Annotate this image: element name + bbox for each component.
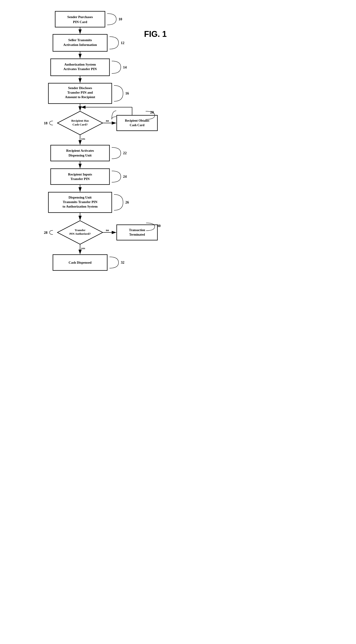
ref-curve-32	[110, 257, 118, 268]
ref-24: 24	[123, 174, 127, 178]
label-step22b: Dispensing Unit	[68, 154, 91, 157]
label-step30: Transaction	[129, 228, 145, 232]
box-step30	[117, 225, 158, 240]
label-step14: Authorization System	[64, 63, 96, 66]
ref-20: 20	[150, 110, 154, 114]
label-step32: Cash Dispensed	[68, 261, 92, 264]
ref-16: 16	[125, 91, 129, 95]
box-step10	[55, 11, 105, 27]
label-step26b: Transmits Transfer PIN	[63, 200, 97, 204]
box-step24	[51, 169, 110, 184]
ref-curve-12	[110, 37, 118, 49]
ref-12: 12	[121, 41, 124, 45]
label-step28: Transfer	[74, 228, 85, 232]
label-step10b: PIN Card	[73, 20, 87, 24]
label-step26c: to Authorization System	[62, 205, 98, 208]
ref-22: 22	[123, 151, 127, 155]
label-step26: Dispensing Unit	[68, 196, 91, 199]
label-step16c: Amount to Recipient	[65, 95, 95, 99]
flowchart: FIG. 1 Sender Purchases PIN Card 10 Sell…	[4, 7, 174, 316]
label-step18b: Cash Card?	[72, 123, 88, 126]
ref-18: 18	[44, 121, 48, 125]
label-step18: Recipient Has	[71, 119, 89, 122]
box-step22	[51, 145, 110, 161]
ref-curve-18	[50, 121, 53, 125]
ref-curve-24	[112, 171, 121, 182]
label-step22: Recipient Activates	[66, 149, 94, 152]
label-no-18: no	[106, 119, 109, 122]
ref-26: 26	[125, 200, 129, 204]
label-yes-18: yes	[81, 137, 85, 140]
ref-14: 14	[123, 65, 127, 69]
ref-curve-20	[112, 111, 116, 120]
label-step10: Sender Purchases	[67, 15, 93, 19]
ref-curve-10	[107, 14, 116, 25]
label-step14b: Activates Transfer PIN	[63, 67, 97, 71]
label-step24b: Transfer PIN	[70, 177, 90, 181]
ref-curve-14	[112, 61, 121, 74]
ref-curve-26	[114, 194, 123, 210]
ref-30: 30	[157, 224, 160, 228]
label-step16b: Transfer PIN and	[67, 91, 93, 94]
label-no-28: no	[106, 228, 109, 232]
ref-28: 28	[44, 231, 48, 234]
label-yes-28: yes	[81, 246, 85, 250]
label-step24: Recipient Inputs	[68, 172, 92, 176]
label-step30b: Terminated	[129, 233, 145, 236]
label-step12b: Activation Information	[63, 43, 97, 46]
flowchart-svg: Sender Purchases PIN Card 10 Seller Tran…	[6, 7, 173, 316]
label-step12: Seller Transmits	[68, 38, 92, 42]
ref-32: 32	[121, 260, 124, 264]
box-step20	[117, 115, 158, 131]
figure-label: FIG. 1	[144, 30, 167, 39]
label-step28b: PIN Authorized?	[69, 232, 90, 236]
label-step16: Sender Discloses	[68, 86, 92, 90]
ref-10: 10	[118, 17, 122, 21]
ref-curve-22	[112, 148, 121, 159]
ref-curve-16	[114, 86, 123, 101]
ref-curve-28	[50, 230, 53, 234]
label-step20b: Cash Card	[130, 124, 144, 127]
